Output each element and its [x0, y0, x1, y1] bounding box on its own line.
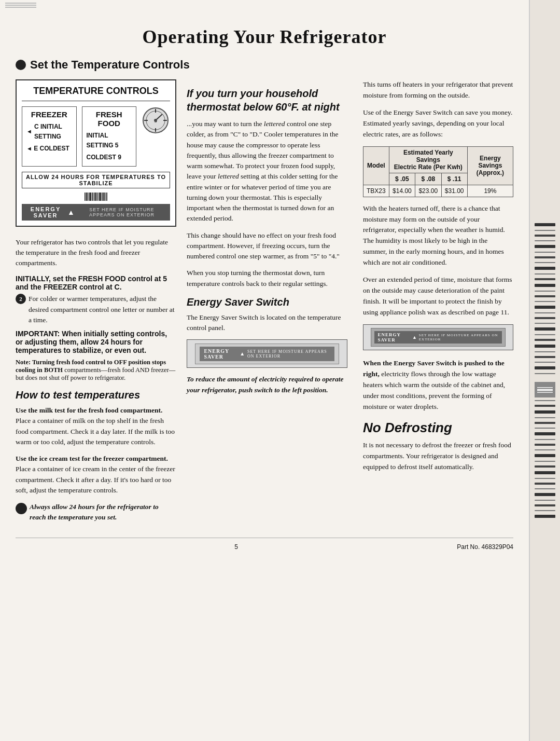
spine-bar-15 — [535, 301, 555, 302]
energy-saver-arrow: ▲ — [67, 208, 76, 216]
energy-saver-section-header: Energy Saver Switch — [187, 296, 347, 308]
freezer-section: FREEZER ◄ C INITIAL SETTING ◄ E COLDEST — [22, 106, 77, 167]
spine-bar-10 — [535, 273, 555, 275]
lettered-italic: lettered — [264, 120, 285, 128]
energy-saver-inner-arrow: ▲ — [240, 351, 245, 356]
spine-bar-25 — [535, 356, 555, 358]
milk-test-text: Use the milk test for the fresh food com… — [16, 405, 176, 447]
spine-bar-14 — [535, 295, 555, 297]
always-row: Always allow 24 hours for the refrigerat… — [16, 502, 176, 523]
top-text-1: This turns off heaters in your refrigera… — [363, 79, 513, 101]
spine — [529, 0, 560, 741]
table-subheader-05: $ .05 — [389, 173, 415, 185]
table-cell-pct: 19% — [467, 185, 513, 197]
fresh-food-section: FRESH FOOD INITIAL SETTING 5 COLDEST 9 — [82, 106, 137, 167]
spine-bar-41 — [535, 465, 555, 468]
bar-4 — [89, 193, 91, 201]
energy-saver-inner-label: ENERGY SAVER — [204, 348, 237, 360]
spine-bar-43 — [535, 478, 555, 479]
dial-container: 5 — [142, 106, 170, 135]
initial-setting-5-text: INITIAL SETTING 5 — [87, 131, 132, 150]
bullet-row-2: 2 For colder or warmer temperatures, adj… — [16, 294, 176, 325]
if-you-turn-header: If you turn your household thermostat be… — [187, 87, 347, 114]
initially-heading: INITIALLY, set the FRESH FOOD control at… — [16, 275, 176, 291]
temp-diagram-title: TEMPERATURE CONTROLS — [22, 86, 170, 101]
spine-bar-6 — [535, 252, 555, 253]
heaters-body1: With the heaters turned off, there is a … — [363, 203, 513, 269]
section2-body1-text: ...you may want to turn the — [187, 120, 264, 128]
ice-cream-heading: Use the ice cream test for the freezer c… — [16, 455, 168, 462]
set-temperature-heading: Set the Temperature Controls — [30, 58, 190, 72]
energy-saver-right-subtitle: SET HERE IF MOISTURE APPEARS ON EXTERIOR — [419, 333, 499, 341]
spine-bar-2 — [535, 230, 555, 231]
table-cell-05: $14.00 — [389, 185, 415, 197]
freezer-initial-setting: ◄ C INITIAL SETTING ◄ E COLDEST — [26, 122, 72, 154]
energy-saver-panel-right: ENERGY SAVER ▲ SET HERE IF MOISTURE APPE… — [371, 328, 505, 347]
energy-saver-right-label: ENERGY SAVER — [377, 332, 410, 342]
spine-bar-9 — [535, 267, 555, 270]
bar-12 — [103, 193, 105, 201]
table-header-energy-savings: Energy Savings (Approx.) — [467, 146, 513, 185]
table-header-model: Model — [363, 146, 389, 185]
spine-bar-39 — [535, 454, 555, 457]
no-defrost-body: It is not necessary to defrost the freez… — [363, 440, 513, 473]
spine-bar-26 — [535, 362, 555, 363]
spine-bar-33 — [535, 422, 555, 424]
important-heading: IMPORTANT: When initially setting contro… — [16, 330, 176, 354]
bar-9 — [98, 193, 99, 201]
spine-bar-50 — [535, 515, 555, 518]
spine-bar-45 — [535, 488, 555, 489]
spine-bar-11 — [535, 278, 555, 280]
left-body-1: Your refrigerator has two controls that … — [16, 237, 176, 269]
top-text-2: Use of the Energy Saver Switch can save … — [363, 107, 513, 140]
page-wrapper: Operating Your Refrigerator Set the Temp… — [0, 0, 560, 741]
bar-6 — [93, 193, 94, 201]
energy-saver-panel-inner: ENERGY SAVER ▲ SET HERE IF MOISTURE APPE… — [195, 344, 339, 364]
section-bullet-1 — [16, 60, 26, 70]
spine-bar-36 — [535, 439, 555, 440]
note-both-bold: BOTH — [44, 366, 63, 374]
note-text: Note: Turning fresh food control to OFF … — [16, 359, 176, 382]
bar-13 — [105, 193, 106, 201]
spine-bar-30 — [535, 405, 555, 407]
spine-bar-22 — [535, 339, 555, 341]
spine-bar-4 — [535, 240, 555, 241]
energy-saver-body1: The Energy Saver Switch is located on th… — [187, 312, 347, 334]
spine-bar-24 — [535, 351, 555, 352]
energy-saver-image-right: ENERGY SAVER ▲ SET HERE IF MOISTURE APPE… — [363, 324, 513, 350]
ice-cream-body: Place a container of ice cream in the ce… — [16, 465, 175, 494]
bar-14 — [106, 193, 107, 201]
svg-text:5: 5 — [155, 118, 157, 124]
table-row-tbx23: TBX23 $14.00 $23.00 $31.00 19% — [363, 185, 513, 197]
energy-saver-right-inner: ENERGY SAVER ▲ SET HERE IF MOISTURE APPE… — [374, 331, 501, 344]
spine-bar-47 — [535, 500, 555, 501]
heaters-body2: Over an extended period of time, moistur… — [363, 275, 513, 318]
coldest-e-text: ◄ E COLDEST — [26, 144, 72, 154]
spine-bar-7 — [535, 256, 555, 258]
left-column: TEMPERATURE CONTROLS FREEZER ◄ C INITIAL… — [16, 79, 176, 527]
energy-saver-bar: ENERGY SAVER ▲ SET HERE IF MOISTURE APPE… — [22, 204, 170, 221]
spine-bar-44 — [535, 483, 555, 485]
table-cell-08: $23.00 — [415, 185, 441, 197]
spine-block-bar-1 — [537, 387, 553, 388]
bar-8 — [96, 193, 97, 201]
table-header-savings: Estimated Yearly SavingsElectric Rate (P… — [389, 146, 467, 173]
energy-saver-body2: To reduce the amount of electricity requ… — [187, 374, 347, 395]
coldest-9-text: COLDEST 9 — [87, 153, 132, 162]
section2-body3: When you stop turning the thermostat dow… — [187, 268, 347, 289]
left-body-2: For colder or warmer temperatures, adjus… — [29, 294, 176, 325]
spine-block-bar-2 — [537, 389, 553, 391]
spine-bar-38 — [535, 449, 555, 450]
spine-bar-28 — [535, 373, 555, 374]
spine-bar-40 — [535, 461, 555, 462]
barcode-small — [22, 193, 170, 201]
top-folds — [5, 3, 36, 8]
energy-saver-pushed-text: When the Energy Saver Switch is pushed t… — [363, 358, 513, 413]
energy-saver-label: ENERGY SAVER — [27, 206, 64, 218]
spine-bar-18 — [535, 317, 555, 319]
milk-test-body: Place a container of milk on the top she… — [16, 417, 175, 446]
table-cell-model: TBX23 — [363, 185, 389, 197]
spine-bar-23 — [535, 345, 555, 348]
bar-2 — [86, 193, 88, 201]
spine-bar-17 — [535, 312, 555, 313]
